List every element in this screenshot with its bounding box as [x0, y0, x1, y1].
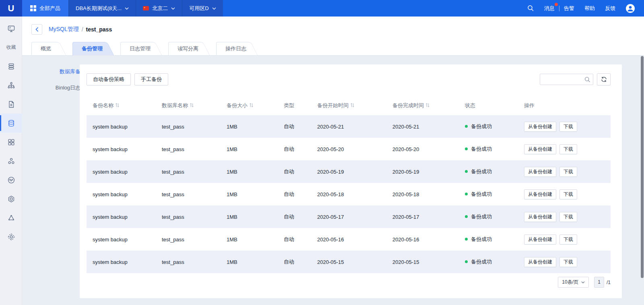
sidebar-item-cluster[interactable]	[0, 151, 22, 170]
alerts-label: 告警	[564, 5, 574, 11]
cell-db-name: test_pass	[156, 138, 221, 160]
sidebar-favorites-label: 收藏	[0, 38, 22, 57]
network-topology-icon	[7, 81, 15, 89]
cell-start-time: 2020-05-20	[311, 138, 386, 160]
help-link[interactable]: 帮助	[584, 5, 595, 12]
region-selector[interactable]: 北京二	[136, 0, 182, 17]
zone-selector[interactable]: 可用区D	[182, 0, 223, 17]
download-button[interactable]: 下载	[559, 122, 577, 132]
tab-3[interactable]: 读写分离	[168, 42, 201, 55]
global-search-icon[interactable]	[527, 5, 534, 12]
cell-backup-type: 自动	[278, 183, 311, 205]
cell-backup-name: system backup	[87, 138, 156, 160]
all-products-menu[interactable]: 全部产品	[22, 0, 68, 17]
tab-label: 读写分离	[178, 46, 198, 52]
sidebar-item-documents[interactable]	[0, 95, 22, 114]
column-header[interactable]: 数据库名称	[156, 96, 221, 115]
cell-start-time: 2020-05-21	[311, 115, 386, 138]
sidebar-item-recycle[interactable]	[0, 208, 22, 227]
column-header: 操作	[518, 96, 611, 115]
alerts-link[interactable]: 告警	[564, 5, 574, 12]
search-icon[interactable]	[584, 77, 590, 83]
download-button[interactable]: 下载	[559, 144, 577, 154]
manual-backup-button[interactable]: 手工备份	[134, 73, 168, 85]
column-header[interactable]: 备份开始时间	[311, 96, 386, 115]
cell-backup-type: 自动	[278, 160, 311, 183]
sidebar-item-apps-grid[interactable]	[0, 133, 22, 151]
sidebar-item-console[interactable]	[0, 19, 22, 38]
cell-db-name: test_pass	[156, 205, 221, 228]
cell-actions: 从备份创建下载	[518, 115, 611, 138]
create-from-backup-button[interactable]: 从备份创建	[524, 122, 556, 132]
cell-actions: 从备份创建下载	[518, 228, 611, 251]
brand-logo[interactable]: U	[0, 0, 22, 17]
status-dot-icon	[465, 193, 468, 195]
refresh-button[interactable]	[597, 73, 611, 85]
column-header[interactable]: 备份大小	[221, 96, 278, 115]
create-from-backup-button[interactable]: 从备份创建	[524, 257, 556, 267]
pagination: 10条/页 1 /1	[558, 277, 611, 288]
feedback-link[interactable]: 反馈	[605, 5, 615, 12]
sort-icon	[190, 103, 194, 108]
cell-db-name: test_pass	[156, 115, 221, 138]
tab-0[interactable]: 概览	[31, 42, 57, 55]
sidebar-item-security[interactable]	[0, 189, 22, 208]
cell-backup-type: 自动	[278, 138, 311, 160]
current-page-box[interactable]: 1	[594, 277, 604, 288]
status-badge: 备份成功	[471, 236, 492, 242]
download-button[interactable]: 下载	[559, 257, 577, 267]
download-button[interactable]: 下载	[559, 189, 577, 199]
table-row: system backuptest_pass1MB自动2020-05-21202…	[87, 115, 611, 138]
tab-label: 日志管理	[130, 46, 151, 52]
feedback-label: 反馈	[605, 5, 615, 11]
breadcrumb-parent-link[interactable]: MySQL管理	[49, 26, 79, 33]
column-header-label: 操作	[524, 102, 535, 108]
column-header[interactable]: 备份名称	[87, 96, 156, 115]
page-size-value: 10条/页	[562, 279, 578, 286]
create-from-backup-button[interactable]: 从备份创建	[524, 212, 556, 222]
create-from-backup-button[interactable]: 从备份创建	[524, 234, 556, 245]
cell-end-time: 2020-05-18	[386, 183, 459, 205]
cell-backup-name: system backup	[87, 228, 156, 251]
cell-db-name: test_pass	[156, 160, 221, 183]
user-avatar[interactable]	[625, 4, 635, 13]
create-from-backup-button[interactable]: 从备份创建	[524, 167, 556, 177]
download-button[interactable]: 下载	[559, 212, 577, 222]
vertical-scrollbar[interactable]	[641, 56, 644, 278]
cell-backup-name: system backup	[87, 160, 156, 183]
tab-2[interactable]: 日志管理	[120, 42, 153, 55]
page-title: test_pass	[86, 26, 112, 33]
download-button[interactable]: 下载	[559, 167, 577, 177]
cell-start-time: 2020-05-19	[311, 160, 386, 183]
tabs: 概览备份管理日志管理读写分离操作日志	[31, 42, 264, 55]
sidebar-item-settings[interactable]	[0, 227, 22, 246]
tab-4[interactable]: 操作日志	[216, 42, 249, 55]
cell-start-time: 2020-05-15	[311, 251, 386, 273]
back-button[interactable]	[31, 24, 42, 35]
topbar-divider	[559, 6, 559, 11]
sidebar-item-servers[interactable]	[0, 57, 22, 76]
messages-link[interactable]: 消息	[544, 5, 555, 12]
status-dot-icon	[465, 147, 468, 150]
download-button[interactable]: 下载	[559, 234, 577, 245]
column-header[interactable]: 备份完成时间	[386, 96, 459, 115]
tab-1[interactable]: 备份管理	[72, 42, 105, 55]
column-header-label: 备份开始时间	[317, 102, 349, 108]
status-dot-icon	[465, 238, 468, 241]
page-size-select[interactable]: 10条/页	[558, 277, 589, 288]
create-from-backup-button[interactable]: 从备份创建	[524, 144, 556, 154]
hexagon-shield-icon	[7, 195, 15, 203]
create-from-backup-button[interactable]: 从备份创建	[524, 189, 556, 199]
topbar: U 全部产品 DBA长期测试(8天... 北京二 可用区D 消息 告警 帮助 反…	[0, 0, 644, 17]
sidebar-item-database[interactable]	[0, 114, 22, 133]
content-area: 数据库备份Binlog日志包 自动备份策略 手工备份	[22, 56, 644, 305]
cell-db-name: test_pass	[156, 183, 221, 205]
cell-status: 备份成功	[459, 115, 518, 138]
sidebar-item-topology[interactable]	[0, 76, 22, 95]
project-selector[interactable]: DBA长期测试(8天...	[68, 0, 136, 17]
cell-backup-type: 自动	[278, 228, 311, 251]
sidebar-item-monitoring[interactable]	[0, 170, 22, 189]
database-icon	[7, 119, 15, 127]
auto-backup-policy-button[interactable]: 自动备份策略	[87, 73, 131, 85]
cell-backup-name: system backup	[87, 205, 156, 228]
